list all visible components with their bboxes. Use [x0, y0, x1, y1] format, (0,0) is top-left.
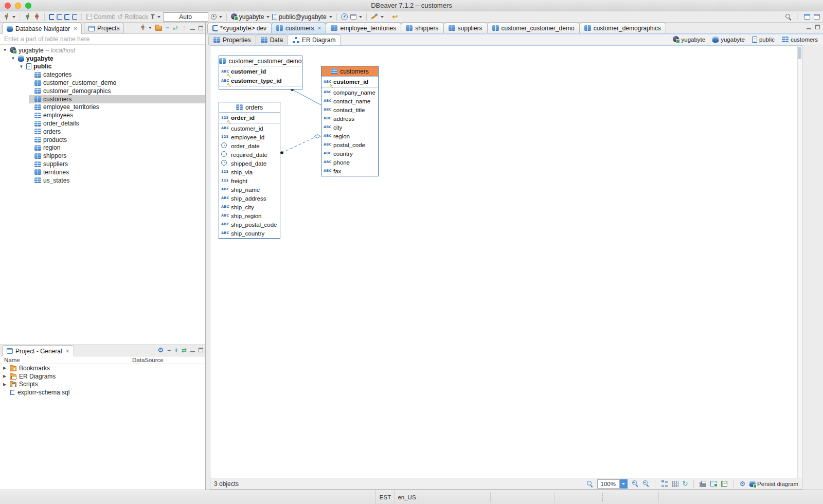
tree-item-territories[interactable]: territories	[0, 168, 205, 176]
expander-icon[interactable]: ▼	[19, 63, 24, 70]
gear-icon[interactable]: ⚙	[157, 347, 164, 353]
column-contact_name[interactable]: ABCcontact_name	[321, 97, 378, 105]
breadcrumb-item-public[interactable]: public	[752, 37, 775, 43]
tree-item-suppliers[interactable]: suppliers	[0, 160, 205, 168]
zoom-combo[interactable]: 100%	[597, 479, 628, 489]
link-with-editor-icon[interactable]: ⇄	[182, 347, 187, 353]
editor-tab-suppliers[interactable]: suppliers	[443, 23, 488, 33]
column-ship_region[interactable]: ABCship_region	[219, 211, 280, 220]
diagram-search-icon[interactable]	[586, 480, 593, 487]
column-customer_type_id[interactable]: ABCcustomer_type_id	[219, 76, 302, 85]
column-fax[interactable]: ABCfax	[321, 167, 378, 175]
collapse-all-icon[interactable]: −	[167, 347, 171, 353]
expander-icon[interactable]: ▼	[10, 55, 16, 62]
tree-item-employee_territories[interactable]: employee_territories	[0, 103, 205, 112]
minimize-view-icon[interactable]	[190, 26, 195, 30]
commit-button[interactable]: Commit	[86, 13, 115, 21]
breadcrumb-item-yugabyte[interactable]: yugabyte	[712, 37, 745, 43]
column-country[interactable]: ABCcountry	[321, 149, 378, 158]
close-icon[interactable]: ×	[66, 349, 69, 354]
tree-item-categories[interactable]: categories	[0, 70, 205, 79]
editor-tab-shippers[interactable]: shippers	[401, 23, 443, 33]
view-menu-icon[interactable]: ⋮	[182, 25, 187, 31]
open-perspective-icon[interactable]	[804, 14, 810, 20]
zoom-out-button[interactable]: −	[642, 480, 649, 488]
tree-item-orders[interactable]: orders	[0, 128, 205, 136]
tree-item-us_states[interactable]: us_states	[0, 176, 205, 185]
new-connection-button[interactable]	[3, 13, 15, 21]
auto-layout-icon[interactable]	[661, 480, 668, 487]
search-icon[interactable]	[785, 13, 792, 20]
save-diagram-icon[interactable]	[721, 481, 727, 487]
recent-sql-editor-icon[interactable]	[57, 14, 62, 20]
zoom-dropdown-icon[interactable]	[620, 479, 628, 489]
column-order_date[interactable]: order_date	[219, 141, 280, 150]
er-diagram-canvas[interactable]: customer_customer_demoABCcustomer_idABCc…	[210, 45, 802, 478]
minimize-view-icon[interactable]	[807, 25, 811, 29]
column-customer_id[interactable]: ABCcustomer_id	[219, 67, 302, 76]
project-item-Scripts[interactable]: ▶Scripts	[0, 381, 205, 389]
column-phone[interactable]: ABCphone	[321, 158, 378, 167]
column-employee_id[interactable]: 123employee_id	[219, 133, 280, 141]
zoom-in-button[interactable]: +	[632, 480, 638, 488]
vertical-scrollbar[interactable]	[797, 46, 802, 478]
column-address[interactable]: ABCaddress	[321, 114, 378, 123]
tree-item-public[interactable]: ▼public	[0, 63, 205, 71]
tab-project-general[interactable]: Project - General ×	[2, 345, 74, 356]
column-ship_postal_code[interactable]: ABCship_postal_code	[219, 220, 280, 229]
expand-all-icon[interactable]: +	[174, 347, 178, 353]
column-ship_city[interactable]: ABCship_city	[219, 203, 280, 211]
status-drag-handle[interactable]	[602, 493, 603, 501]
entity-customers[interactable]: customersABCcustomer_idABCcompany_nameAB…	[321, 66, 379, 176]
editor-tab-employee_territories[interactable]: employee_territories	[326, 23, 401, 33]
save-as-image-icon[interactable]	[710, 481, 717, 487]
undo-navigation-icon[interactable]: ↩	[392, 13, 398, 20]
collapse-all-icon[interactable]: −	[166, 25, 169, 31]
entity-orders[interactable]: orders123order_idABCcustomer_id123employ…	[219, 102, 280, 239]
connect-icon[interactable]	[24, 13, 31, 21]
project-item-explorr-schema.sql[interactable]: explorr-schema.sql	[0, 388, 205, 397]
tab-projects[interactable]: Projects	[84, 23, 124, 33]
tree-item-customer_demographics[interactable]: customer_demographics	[0, 87, 205, 95]
link-with-editor-icon[interactable]: ⇄	[173, 25, 178, 31]
table-filter-input[interactable]	[0, 34, 205, 45]
column-postal_code[interactable]: ABCpostal_code	[321, 140, 378, 149]
tree-item-customer_customer_demo[interactable]: customer_customer_demo	[0, 79, 205, 87]
column-city[interactable]: ABCcity	[321, 123, 378, 132]
relation-line-customer_customer_demo-customers[interactable]	[292, 89, 321, 105]
new-sql-editor-icon[interactable]	[64, 14, 69, 20]
diagram-settings-icon[interactable]: ⚙	[739, 480, 745, 487]
tree-item-region[interactable]: region	[0, 144, 205, 152]
column-ship_country[interactable]: ABCship_country	[219, 229, 280, 238]
minimize-window-button[interactable]	[15, 3, 21, 9]
column-contact_title[interactable]: ABCcontact_title	[321, 105, 378, 114]
format-button[interactable]	[371, 13, 384, 20]
column-freight[interactable]: 123freight	[219, 176, 280, 185]
close-window-button[interactable]	[5, 3, 11, 9]
dashboard-icon[interactable]	[341, 13, 348, 20]
tab-properties[interactable]: Properties	[208, 34, 256, 45]
sql-editor-icon[interactable]	[49, 14, 54, 20]
commit-mode-combo[interactable]: Auto	[163, 12, 208, 22]
tree-item-customers[interactable]: customers	[0, 95, 205, 103]
print-diagram-icon[interactable]	[700, 482, 706, 487]
column-shipped_date[interactable]: shipped_date	[219, 159, 280, 168]
persist-diagram-button[interactable]: Persist diagram	[749, 481, 798, 487]
tree-item-shippers[interactable]: shippers	[0, 152, 205, 160]
rollback-button[interactable]: ↺Rollback	[117, 13, 148, 21]
maximize-view-icon[interactable]	[815, 25, 820, 29]
relation-line-orders-customers[interactable]	[282, 137, 315, 153]
new-connection-small-button[interactable]	[139, 24, 152, 31]
new-folder-icon[interactable]	[155, 26, 162, 31]
column-region[interactable]: ABCregion	[321, 132, 378, 140]
tab-database-navigator[interactable]: Database Navigator×	[2, 23, 82, 34]
scrollbar-thumb[interactable]	[798, 47, 801, 59]
maximize-view-icon[interactable]	[199, 348, 203, 352]
tree-item-employees[interactable]: employees	[0, 111, 205, 119]
tab-er-diagram[interactable]: ER Diagram	[288, 34, 341, 45]
column-customer_id[interactable]: ABCcustomer_id	[321, 77, 378, 86]
tree-item-products[interactable]: products	[0, 136, 205, 144]
close-tab-icon[interactable]: ×	[317, 26, 321, 31]
editor-tab-customer_customer_demo[interactable]: customer_customer_demo	[487, 23, 580, 33]
project-item-Bookmarks[interactable]: ▶Bookmarks	[0, 364, 205, 372]
